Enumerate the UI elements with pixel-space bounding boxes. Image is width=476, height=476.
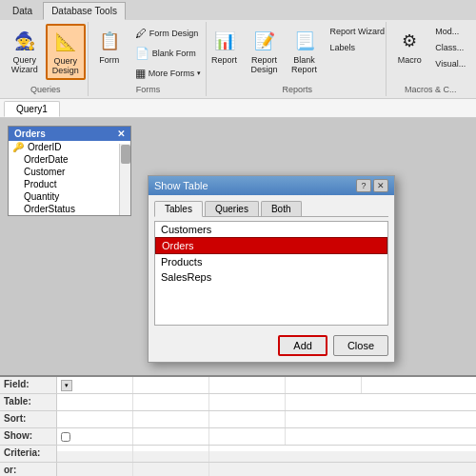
macros-small-buttons: Mod... Class... Visual... bbox=[430, 24, 470, 71]
grid-row-table: Table: bbox=[0, 394, 476, 411]
grid-cell-sort-2[interactable] bbox=[133, 411, 209, 427]
ribbon-group-reports: 📊 Report 📝 Report Design 📃 Blank Report … bbox=[208, 22, 387, 96]
grid-cell-criteria-1[interactable] bbox=[57, 446, 133, 462]
grid-cell-or-1[interactable] bbox=[57, 463, 133, 476]
grid-cell-show-1[interactable] bbox=[57, 428, 133, 445]
report-design-icon: 📝 bbox=[251, 28, 278, 54]
grid-cell-table-2[interactable] bbox=[133, 394, 209, 410]
query-design-area: Orders ✕ 🔑 OrderID OrderDate Customer Pr… bbox=[0, 118, 476, 375]
grid-label-table: Table: bbox=[0, 394, 57, 410]
mod-button[interactable]: Mod... bbox=[430, 24, 470, 39]
visual-button[interactable]: Visual... bbox=[430, 56, 470, 71]
labels-label: Labels bbox=[330, 43, 356, 52]
query-grid: Field: ▾ Table: Sort: Show: Criteria: or… bbox=[0, 375, 476, 451]
grid-cell-table-3[interactable] bbox=[209, 394, 286, 410]
dialog-close-button[interactable]: ✕ bbox=[373, 179, 388, 192]
report-wizard-button[interactable]: Report Wizard bbox=[326, 24, 390, 39]
forms-buttons: 📋 Form 🖊 Form Design 📄 Blank Form ▦ More… bbox=[90, 24, 207, 83]
list-item-salesreps[interactable]: SalesReps bbox=[155, 269, 387, 285]
query-wizard-icon: 🧙 bbox=[11, 28, 38, 54]
grid-cell-or-2[interactable] bbox=[133, 463, 209, 476]
queries-group-label: Queries bbox=[30, 83, 61, 94]
more-forms-button[interactable]: ▦ More Forms ▾ bbox=[130, 64, 207, 83]
dialog-overlay: Show Table ? ✕ Tables Queries Both Custo… bbox=[0, 118, 476, 375]
ribbon: Data Database Tools 🧙 Query Wizard 📐 Que… bbox=[0, 0, 476, 99]
grid-cell-sort-1[interactable] bbox=[57, 411, 133, 427]
query-design-label: Query Design bbox=[52, 56, 79, 75]
forms-small-buttons: 🖊 Form Design 📄 Blank Form ▦ More Forms … bbox=[130, 24, 207, 83]
grid-row-field: Field: ▾ bbox=[0, 377, 476, 394]
more-forms-label: More Forms bbox=[149, 69, 195, 78]
add-button[interactable]: Add bbox=[278, 335, 327, 356]
visual-label: Visual... bbox=[435, 59, 466, 69]
tab-data[interactable]: Data bbox=[4, 2, 41, 20]
dialog-controls: ? ✕ bbox=[356, 179, 388, 192]
form-icon: 📋 bbox=[96, 28, 123, 54]
tab-database-tools[interactable]: Database Tools bbox=[43, 2, 126, 20]
labels-button[interactable]: Labels bbox=[326, 40, 390, 55]
dialog-tab-queries[interactable]: Queries bbox=[205, 201, 259, 216]
report-label: Report bbox=[211, 55, 237, 65]
more-forms-icon: ▦ bbox=[135, 67, 146, 80]
report-design-button[interactable]: 📝 Report Design bbox=[246, 24, 284, 78]
dialog-title: Show Table bbox=[154, 180, 208, 191]
reports-buttons: 📊 Report 📝 Report Design 📃 Blank Report … bbox=[206, 24, 390, 83]
macro-button[interactable]: ⚙ Macro bbox=[390, 24, 428, 69]
dialog-titlebar: Show Table ? ✕ bbox=[149, 176, 394, 195]
ribbon-group-queries: 🧙 Query Wizard 📐 Query Design Queries bbox=[4, 22, 89, 96]
blank-report-label: Blank Report bbox=[291, 55, 317, 74]
show-checkbox-1[interactable] bbox=[61, 432, 70, 442]
grid-cell-show-2[interactable] bbox=[133, 428, 209, 445]
ribbon-group-forms: 📋 Form 🖊 Form Design 📄 Blank Form ▦ More… bbox=[90, 22, 207, 96]
grid-cell-field-4[interactable] bbox=[286, 377, 362, 393]
forms-group-label: Forms bbox=[136, 83, 161, 94]
query-design-button[interactable]: 📐 Query Design bbox=[46, 24, 86, 80]
query-tab-bar: Query1 bbox=[0, 99, 476, 118]
grid-cell-field-2[interactable] bbox=[133, 377, 209, 393]
report-icon: 📊 bbox=[211, 28, 238, 54]
form-design-icon: 🖊 bbox=[135, 27, 147, 40]
list-item-customers[interactable]: Customers bbox=[155, 222, 387, 237]
blank-report-icon: 📃 bbox=[291, 28, 318, 54]
macro-icon: ⚙ bbox=[396, 28, 423, 54]
macros-group-label: Macros & C... bbox=[405, 83, 457, 94]
report-button[interactable]: 📊 Report bbox=[206, 24, 244, 69]
ribbon-tab-bar: Data Database Tools bbox=[0, 0, 476, 20]
query-wizard-button[interactable]: 🧙 Query Wizard bbox=[6, 24, 44, 78]
grid-label-field: Field: bbox=[0, 377, 57, 393]
form-label: Form bbox=[99, 55, 119, 65]
query1-tab[interactable]: Query1 bbox=[4, 101, 60, 117]
grid-cell-sort-3[interactable] bbox=[209, 411, 286, 427]
dialog-tab-both[interactable]: Both bbox=[261, 201, 302, 216]
close-dialog-button[interactable]: Close bbox=[333, 335, 388, 356]
form-design-button[interactable]: 🖊 Form Design bbox=[130, 24, 207, 43]
blank-form-button[interactable]: 📄 Blank Form bbox=[130, 44, 207, 63]
dialog-help-button[interactable]: ? bbox=[356, 179, 371, 192]
ribbon-group-macros: ⚙ Macro Mod... Class... Visual... Macros… bbox=[388, 22, 472, 96]
list-item-products[interactable]: Products bbox=[155, 254, 387, 269]
list-item-orders[interactable]: Orders bbox=[155, 237, 387, 254]
grid-label-or: or: bbox=[0, 463, 57, 476]
blank-form-label: Blank Form bbox=[152, 49, 196, 58]
dialog-tab-tables[interactable]: Tables bbox=[154, 201, 203, 217]
queries-buttons: 🧙 Query Wizard 📐 Query Design bbox=[6, 24, 86, 83]
field-dropdown-1[interactable]: ▾ bbox=[61, 380, 72, 391]
grid-cell-field-3[interactable] bbox=[209, 377, 286, 393]
query-wizard-label: Query Wizard bbox=[11, 55, 38, 74]
grid-cell-field-1[interactable]: ▾ bbox=[57, 377, 133, 393]
form-button[interactable]: 📋 Form bbox=[90, 24, 129, 69]
form-design-label: Form Design bbox=[149, 29, 199, 38]
grid-cell-show-3[interactable] bbox=[209, 428, 286, 445]
query-design-icon: 📐 bbox=[52, 29, 79, 55]
blank-report-button[interactable]: 📃 Blank Report bbox=[286, 24, 324, 78]
grid-label-sort: Sort: bbox=[0, 411, 57, 427]
grid-cell-table-1[interactable] bbox=[57, 394, 133, 410]
class-button[interactable]: Class... bbox=[430, 40, 470, 55]
grid-cell-criteria-2[interactable] bbox=[133, 446, 209, 462]
dialog-body: Tables Queries Both Customers Orders Pro… bbox=[149, 195, 394, 331]
more-forms-dropdown-arrow: ▾ bbox=[197, 69, 201, 77]
dialog-tabs: Tables Queries Both bbox=[154, 201, 388, 217]
dialog-table-list[interactable]: Customers Orders Products SalesReps bbox=[154, 221, 388, 326]
grid-row-or: or: bbox=[0, 463, 476, 476]
grid-label-criteria: Criteria: bbox=[0, 446, 57, 462]
